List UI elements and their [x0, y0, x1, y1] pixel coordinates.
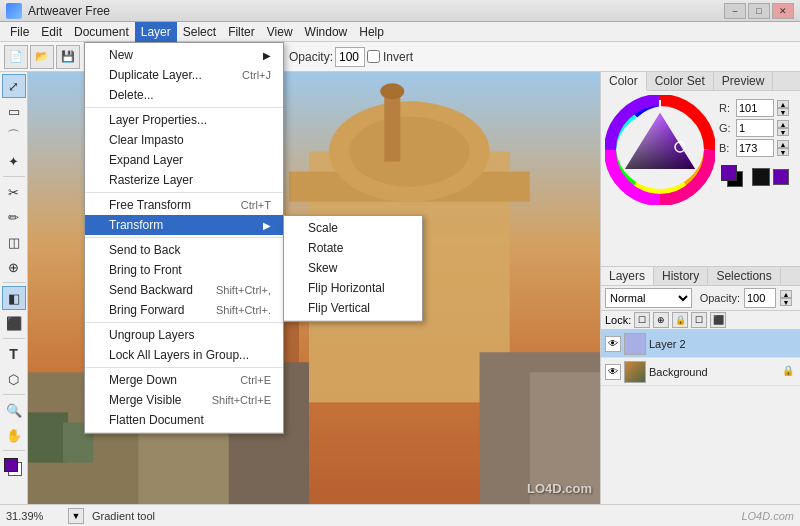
fg-color-swatch[interactable] [721, 165, 737, 181]
toolbar-new[interactable]: 📄 [4, 45, 28, 69]
opacity-input[interactable] [335, 47, 365, 67]
g-spin-up[interactable]: ▲ [777, 120, 789, 128]
background-visibility[interactable]: 👁 [605, 364, 621, 380]
tool-hand[interactable]: ✋ [2, 423, 26, 447]
r-spin-down[interactable]: ▼ [777, 108, 789, 116]
transform-submenu: Scale Rotate Skew Flip Horizontal Flip V… [283, 215, 423, 322]
fg-swatch[interactable] [4, 458, 18, 472]
color-preview-dark[interactable] [752, 168, 770, 186]
g-input[interactable] [736, 119, 774, 137]
tool-crop[interactable]: ✂ [2, 180, 26, 204]
menu-duplicate[interactable]: Duplicate Layer... Ctrl+J [85, 65, 283, 85]
submenu-flip-h[interactable]: Flip Horizontal [284, 278, 422, 298]
lock-extra[interactable]: ⬛ [710, 312, 726, 328]
tool-zoom[interactable]: 🔍 [2, 398, 26, 422]
tool-text[interactable]: T [2, 342, 26, 366]
menu-item-view[interactable]: View [261, 22, 299, 42]
r-spin: ▲ ▼ [777, 100, 789, 116]
menu-flatten[interactable]: Flatten Document [85, 410, 283, 430]
tool-magic-wand[interactable]: ✦ [2, 149, 26, 173]
tool-lasso[interactable]: ⌒ [2, 124, 26, 148]
lock-position[interactable]: ⊕ [653, 312, 669, 328]
tab-layers[interactable]: Layers [601, 267, 654, 285]
tool-move[interactable]: ⤢ [2, 74, 26, 98]
color-wheel-area: R: ▲ ▼ G: ▲ ▼ [601, 91, 800, 209]
zoom-display: 31.39% [6, 510, 56, 522]
lock-inherit[interactable]: ☐ [691, 312, 707, 328]
menu-send-backward[interactable]: Send Backward Shift+Ctrl+, [85, 280, 283, 300]
tool-selection[interactable]: ▭ [2, 99, 26, 123]
opacity-spin-down[interactable]: ▼ [780, 298, 792, 306]
color-tabs: Color Color Set Preview [601, 72, 800, 91]
tool-clone[interactable]: ⊕ [2, 255, 26, 279]
menu-delete[interactable]: Delete... [85, 85, 283, 105]
title-bar: Artweaver Free – □ ✕ [0, 0, 800, 22]
submenu-flip-v[interactable]: Flip Vertical [284, 298, 422, 318]
minimize-button[interactable]: – [724, 3, 746, 19]
lock-all[interactable]: 🔒 [672, 312, 688, 328]
menu-item-filter[interactable]: Filter [222, 22, 261, 42]
g-spin-down[interactable]: ▼ [777, 128, 789, 136]
menu-layer-props[interactable]: Layer Properties... [85, 110, 283, 130]
tab-selections[interactable]: Selections [708, 267, 780, 285]
close-button[interactable]: ✕ [772, 3, 794, 19]
invert-checkbox[interactable] [367, 50, 380, 63]
red-row: R: ▲ ▼ [719, 99, 796, 117]
r-input[interactable] [736, 99, 774, 117]
layer-row-background[interactable]: 👁 Background 🔒 [601, 358, 800, 386]
tool-shape[interactable]: ⬡ [2, 367, 26, 391]
menu-item-file[interactable]: File [4, 22, 35, 42]
status-arrow[interactable]: ▼ [68, 508, 84, 524]
color-preview-current[interactable] [773, 169, 789, 185]
layers-panel: Layers History Selections Normal Multipl… [601, 267, 800, 504]
toolbar-save[interactable]: 💾 [56, 45, 80, 69]
menu-item-window[interactable]: Window [299, 22, 354, 42]
submenu-scale[interactable]: Scale [284, 218, 422, 238]
toolbar-open[interactable]: 📂 [30, 45, 54, 69]
menu-expand[interactable]: Expand Layer [85, 150, 283, 170]
r-spin-up[interactable]: ▲ [777, 100, 789, 108]
menu-rasterize[interactable]: Rasterize Layer [85, 170, 283, 190]
layer-opacity-input[interactable] [744, 288, 776, 308]
submenu-skew[interactable]: Skew [284, 258, 422, 278]
layer-row-layer2[interactable]: 👁 Layer 2 [601, 330, 800, 358]
menu-bring-front[interactable]: Bring to Front [85, 260, 283, 280]
menu-transform[interactable]: Transform ▶ Scale Rotate Skew Flip Horiz… [85, 215, 283, 235]
menu-item-document[interactable]: Document [68, 22, 135, 42]
menu-new[interactable]: New ▶ [85, 45, 283, 65]
blend-mode-select[interactable]: Normal Multiply Screen [605, 288, 692, 308]
lock-pixels[interactable]: ☐ [634, 312, 650, 328]
menu-free-transform[interactable]: Free Transform Ctrl+T [85, 195, 283, 215]
tab-history[interactable]: History [654, 267, 708, 285]
b-spin-up[interactable]: ▲ [777, 140, 789, 148]
menu-item-help[interactable]: Help [353, 22, 390, 42]
svg-rect-5 [384, 91, 400, 161]
tool-brush[interactable]: ✏ [2, 205, 26, 229]
tool-eraser[interactable]: ◫ [2, 230, 26, 254]
b-spin: ▲ ▼ [777, 140, 789, 156]
tab-preview[interactable]: Preview [714, 72, 774, 90]
tab-color-set[interactable]: Color Set [647, 72, 714, 90]
menu-merge-visible[interactable]: Merge Visible Shift+Ctrl+E [85, 390, 283, 410]
opacity-spin-up[interactable]: ▲ [780, 290, 792, 298]
menu-send-back[interactable]: Send to Back [85, 240, 283, 260]
color-wheel[interactable] [605, 95, 715, 205]
menu-merge-down[interactable]: Merge Down Ctrl+E [85, 370, 283, 390]
submenu-rotate[interactable]: Rotate [284, 238, 422, 258]
menu-bring-forward[interactable]: Bring Forward Shift+Ctrl+. [85, 300, 283, 320]
menu-ungroup[interactable]: Ungroup Layers [85, 325, 283, 345]
status-bar: 31.39% ▼ Gradient tool LO4D.com [0, 504, 800, 526]
menu-lock-group[interactable]: Lock All Layers in Group... [85, 345, 283, 365]
maximize-button[interactable]: □ [748, 3, 770, 19]
menu-item-layer[interactable]: Layer [135, 22, 177, 42]
menu-item-edit[interactable]: Edit [35, 22, 68, 42]
tab-color[interactable]: Color [601, 72, 647, 91]
menu-clear-impasto[interactable]: Clear Impasto [85, 130, 283, 150]
tool-gradient[interactable]: ◧ [2, 286, 26, 310]
b-input[interactable] [736, 139, 774, 157]
layer2-visibility[interactable]: 👁 [605, 336, 621, 352]
tool-sep1 [3, 176, 25, 177]
b-spin-down[interactable]: ▼ [777, 148, 789, 156]
menu-item-select[interactable]: Select [177, 22, 222, 42]
tool-fill[interactable]: ⬛ [2, 311, 26, 335]
